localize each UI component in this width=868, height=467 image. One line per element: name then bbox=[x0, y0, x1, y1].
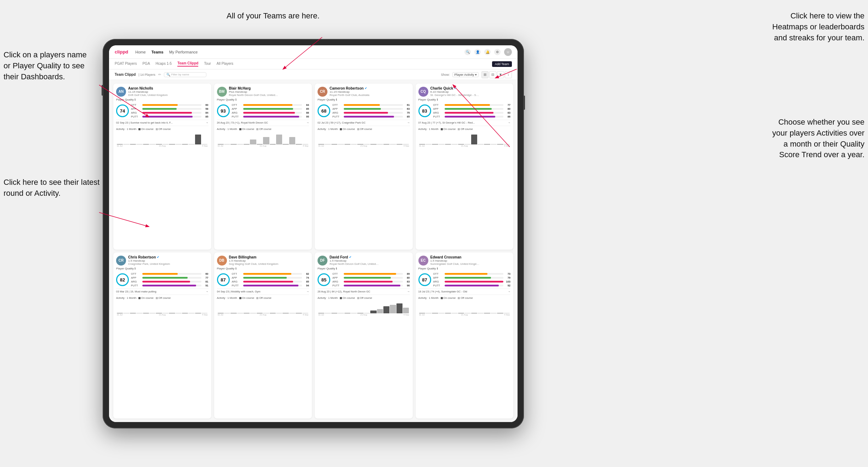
chart-bar bbox=[195, 313, 201, 313]
off-course-legend: Off course bbox=[357, 296, 372, 300]
latest-round[interactable]: 18 Jul 23 | 74 (+4), Sunningdale GC - Ol… bbox=[418, 289, 511, 293]
player-card[interactable]: BM Blair McHarg Plus Handicap Royal Nort… bbox=[214, 84, 312, 250]
stat-bar-container bbox=[344, 277, 403, 279]
player-info: Dave Billingham 1-5 Handicap Sog Maging … bbox=[229, 255, 309, 266]
player-name[interactable]: Cameron Robertson ✔ bbox=[330, 86, 410, 90]
player-name[interactable]: Edward Crossman bbox=[430, 255, 511, 259]
list-view-button[interactable]: ⊟ bbox=[489, 71, 496, 78]
activity-section: Activity · 1 Month On course Off course … bbox=[418, 126, 511, 147]
player-card[interactable]: CR Chris Robertson ✔ 1-5 Handicap Craigm… bbox=[113, 252, 211, 418]
stat-bar-container bbox=[445, 104, 504, 106]
quality-circle[interactable]: 87 bbox=[418, 273, 431, 286]
stat-row: APP 63 bbox=[332, 107, 410, 110]
player-card[interactable]: EC Edward Crossman 1-5 Handicap Sunningd… bbox=[416, 252, 514, 418]
chart-bar bbox=[123, 144, 129, 144]
on-course-legend: On course bbox=[239, 296, 255, 300]
player-club: Sog Maging Golf Club, United Kingdom bbox=[229, 262, 279, 266]
bell-icon[interactable]: 🔔 bbox=[484, 49, 491, 55]
chart-bar bbox=[325, 313, 331, 313]
nav-links: Home Teams My Performance bbox=[135, 49, 464, 55]
player-name[interactable]: Aaron Nicholls bbox=[128, 86, 209, 90]
tab-pga[interactable]: PGA bbox=[142, 62, 150, 66]
player-card[interactable]: CQ Charlie Quick ✔ 6-10 Handicap St. Geo… bbox=[416, 84, 514, 250]
search-icon-small: 🔍 bbox=[166, 73, 170, 76]
round-text: 26 Aug 23 | 84 (+12), Royal North Devon … bbox=[318, 290, 407, 293]
latest-round[interactable]: 07 Aug 23 | 77 (+7), St George's Hill GC… bbox=[418, 120, 511, 124]
nav-teams[interactable]: Teams bbox=[152, 49, 164, 55]
quality-circle[interactable]: 82 bbox=[116, 273, 129, 286]
tab-tour[interactable]: Tour bbox=[204, 62, 211, 66]
latest-round[interactable]: 02 Sep 23 | Sunrise round to get back in… bbox=[116, 120, 209, 124]
search-icon[interactable]: 🔍 bbox=[464, 49, 471, 55]
latest-round[interactable]: 26 Aug 23 | 73 (+1), Royal North Devon G… bbox=[217, 120, 309, 124]
user-avatar[interactable]: U bbox=[504, 48, 512, 56]
nav-my-performance[interactable]: My Performance bbox=[169, 49, 198, 55]
stat-value: 61 bbox=[404, 103, 410, 107]
player-card[interactable]: DB Dave Billingham 1-5 Handicap Sog Magi… bbox=[214, 252, 312, 418]
edit-icon[interactable]: ✏ bbox=[158, 73, 161, 76]
round-arrow: → bbox=[307, 121, 309, 124]
search-box[interactable]: 🔍 Filter by name bbox=[164, 72, 206, 77]
quality-label: Player Quality ℹ bbox=[217, 98, 309, 101]
player-name[interactable]: Blair McHarg bbox=[229, 86, 309, 90]
latest-round[interactable]: 03 Mar 23 | 19, Must make putting → bbox=[116, 289, 209, 293]
stat-value: 103 bbox=[505, 280, 510, 283]
chart-bar bbox=[296, 313, 302, 313]
player-card[interactable]: AN Aaron Nicholls 11-15 Handicap Drift G… bbox=[113, 84, 211, 250]
player-handicap: 1-5 Handicap bbox=[128, 259, 209, 262]
player-handicap: 11-15 Handicap bbox=[128, 90, 209, 93]
nav-home[interactable]: Home bbox=[135, 49, 145, 55]
stat-bar bbox=[445, 112, 493, 114]
quality-circle[interactable]: 68 bbox=[318, 104, 330, 117]
sort-button[interactable]: ↕ bbox=[505, 71, 512, 78]
player-info: Cameron Robertson ✔ 11-15 Handicap Royal… bbox=[330, 86, 410, 97]
player-name[interactable]: David Ford ✔ bbox=[330, 255, 410, 259]
player-name[interactable]: Chris Robertson ✔ bbox=[128, 255, 209, 259]
round-text: 07 Aug 23 | 77 (+7), St George's Hill GC… bbox=[418, 121, 508, 124]
tab-pgat-players[interactable]: PGAT Players bbox=[115, 62, 137, 66]
latest-round[interactable]: 02 Jul 23 | 59 (+17), Craigmillar Park G… bbox=[318, 120, 410, 124]
quality-circle[interactable]: 85 bbox=[318, 273, 330, 286]
quality-circle[interactable]: 87 bbox=[217, 273, 230, 286]
chart-bar bbox=[331, 313, 337, 313]
stat-bar bbox=[142, 112, 192, 114]
tab-team-clippd[interactable]: Team Clippd bbox=[177, 61, 198, 67]
activity-section: Activity · 1 Month On course Off course … bbox=[318, 126, 410, 147]
date-2: 21 Aug bbox=[260, 145, 267, 147]
tab-hcaps[interactable]: Hcaps 1-5 bbox=[156, 62, 172, 66]
activity-label: Activity · 1 Month On course Off course bbox=[318, 127, 410, 131]
profile-icon[interactable]: 👤 bbox=[474, 49, 481, 55]
date-1: 31 Jul bbox=[218, 145, 223, 147]
on-course-dot bbox=[340, 128, 342, 130]
stats-grid: OTT 60 APP 58 ARG 84 PUTT bbox=[131, 103, 209, 118]
quality-circle[interactable]: 93 bbox=[217, 104, 230, 117]
latest-round[interactable]: 26 Aug 23 | 84 (+12), Royal North Devon … bbox=[318, 289, 410, 293]
show-select[interactable]: Player Activity ▾ bbox=[452, 72, 479, 77]
player-header: CQ Charlie Quick ✔ 6-10 Handicap St. Geo… bbox=[418, 86, 511, 97]
quality-label: Player Quality ℹ bbox=[318, 98, 410, 101]
off-course-legend: Off course bbox=[256, 127, 271, 131]
chart-bar bbox=[270, 313, 276, 313]
player-header: EC Edward Crossman 1-5 Handicap Sunningd… bbox=[418, 255, 511, 266]
add-team-button[interactable]: Add Team bbox=[492, 61, 512, 67]
player-name[interactable]: Dave Billingham bbox=[229, 255, 309, 259]
latest-round[interactable]: 04 Sep 23 | Mobility with coach, Gym → bbox=[217, 289, 309, 293]
stat-bar bbox=[142, 285, 196, 286]
off-course-legend: Off course bbox=[458, 127, 473, 131]
player-card[interactable]: DF David Ford ✔ 1-5 Handicap Royal North… bbox=[315, 252, 413, 418]
date-3: 4 Sep bbox=[404, 145, 409, 147]
filter-button[interactable]: ▼ bbox=[497, 71, 504, 78]
grid-view-button[interactable]: ⊞ bbox=[481, 71, 489, 78]
date-3: 4 Sep bbox=[504, 314, 510, 316]
settings-icon[interactable]: ⚙ bbox=[494, 49, 501, 55]
tab-all-players[interactable]: All Players bbox=[217, 62, 233, 66]
on-course-legend: On course bbox=[239, 127, 255, 131]
player-card[interactable]: CR Cameron Robertson ✔ 11-15 Handicap Ro… bbox=[315, 84, 413, 250]
player-name[interactable]: Charlie Quick ✔ bbox=[430, 86, 511, 90]
stat-bar-container bbox=[344, 285, 403, 286]
on-course-label: On course bbox=[343, 127, 355, 131]
quality-circle[interactable]: 83 bbox=[418, 104, 431, 117]
off-course-dot bbox=[357, 128, 359, 130]
off-course-dot bbox=[458, 128, 460, 130]
quality-circle[interactable]: 74 bbox=[116, 104, 129, 117]
